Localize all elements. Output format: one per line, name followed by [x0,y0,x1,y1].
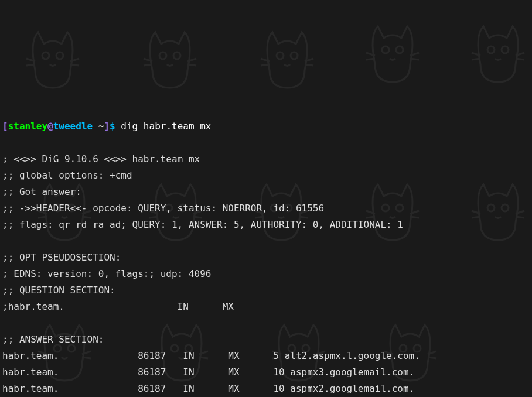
prompt-user: stanley [8,121,47,132]
prompt-at: @ [47,121,53,132]
output-answer-row: habr.team. 86187 IN MX 5 alt2.aspmx.l.go… [2,350,420,361]
terminal[interactable]: [stanley@tweedle ~]$ dig habr.team mx ; … [2,102,530,397]
output-question: ;habr.team. IN MX [2,301,234,312]
command-text: dig habr.team mx [121,121,211,132]
output-question-header: ;; QUESTION SECTION: [2,285,115,296]
output-answer-header: ;; ANSWER SECTION: [2,334,104,345]
prompt-dollar: $ [110,121,121,132]
output-answer-row: habr.team. 86187 IN MX 10 aspmx3.googlem… [2,367,414,378]
output-got-answer: ;; Got answer: [2,186,81,197]
output-edns: ; EDNS: version: 0, flags:; udp: 4096 [2,268,211,279]
prompt-host: tweedle [53,121,93,132]
prompt: [stanley@tweedle ~]$ [2,121,121,132]
output-flags: ;; flags: qr rd ra ad; QUERY: 1, ANSWER:… [2,219,403,230]
output-blank [2,317,8,328]
output-blank [2,137,8,148]
output-blank [2,235,8,247]
prompt-close-bracket: ] [104,121,110,132]
output-header: ;; ->>HEADER<<- opcode: QUERY, status: N… [2,203,324,214]
output-global-opts: ;; global options: +cmd [2,170,132,181]
output-opt-section: ;; OPT PSEUDOSECTION: [2,252,121,263]
output-answer-row: habr.team. 86187 IN MX 10 aspmx2.googlem… [2,383,414,394]
prompt-open-bracket: [ [2,121,8,132]
output-version: ; <<>> DiG 9.10.6 <<>> habr.team mx [2,153,200,165]
prompt-path: ~ [93,121,104,132]
